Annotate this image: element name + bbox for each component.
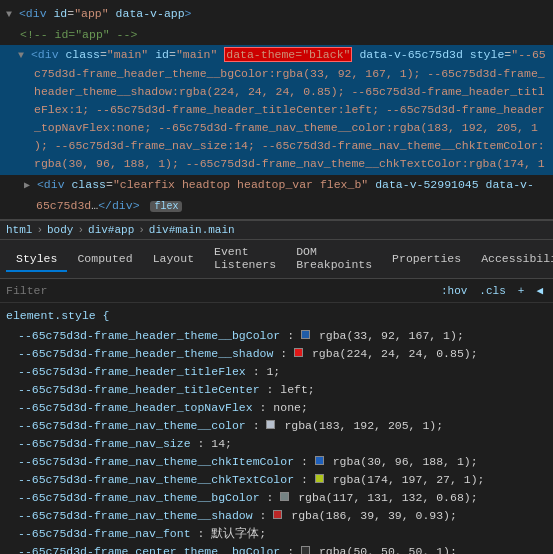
css-property-line[interactable]: --65c75d3d-frame_nav_theme__color : rgba… <box>6 417 547 435</box>
flex-badge: flex <box>150 201 182 212</box>
attr-value: "clearfix headtop headtop_var flex_b" <box>113 178 368 191</box>
comment: <!-- id="app" --> <box>20 28 137 41</box>
attr-value: _topNavFlex:none; --65c75d3d-frame_nav_t… <box>34 121 538 134</box>
color-swatch[interactable] <box>301 330 310 339</box>
attr-value: "app" <box>74 7 109 20</box>
tab-dom-breakpoints[interactable]: DOM Breakpoints <box>286 240 382 278</box>
color-swatch[interactable] <box>315 474 324 483</box>
css-property-line[interactable]: --65c75d3d-frame_nav_theme__bgColor : rg… <box>6 489 547 507</box>
attr-name: id <box>155 48 169 61</box>
attr-value: c75d3d-frame_header_theme__bgColor:rgba(… <box>34 67 545 80</box>
css-property-line[interactable]: --65c75d3d-frame_header_theme__bgColor :… <box>6 327 547 345</box>
css-value: rgba(33, 92, 167, 1); <box>319 329 464 342</box>
attr-name: data-v-65c75d3d <box>359 48 463 61</box>
color-swatch[interactable] <box>315 456 324 465</box>
attr-name: data-v-52991045 <box>375 178 479 191</box>
breadcrumb-item[interactable]: body <box>47 224 73 236</box>
css-value: rgba(186, 39, 39, 0.93); <box>291 509 457 522</box>
color-swatch[interactable] <box>280 492 289 501</box>
css-value: rgba(30, 96, 188, 1); <box>333 455 478 468</box>
css-property-line[interactable]: --65c75d3d-frame_nav_theme__shadow : rgb… <box>6 507 547 525</box>
triangle-icon: ▼ <box>18 50 24 61</box>
css-property-name: --65c75d3d-frame_center_theme__bgColor <box>18 545 280 554</box>
attr-name: data-v- <box>486 178 534 191</box>
dom-line[interactable]: ▼ <div id="app" data-v-app> <box>0 4 553 25</box>
attr-name: class <box>71 178 106 191</box>
tab-accessibility[interactable]: Accessibility <box>471 247 553 272</box>
triangle-icon: ▶ <box>24 180 30 191</box>
css-value: none; <box>273 401 308 414</box>
css-value: 14; <box>211 437 232 450</box>
highlighted-attr: data-theme="black" <box>224 47 352 62</box>
css-property-name: --65c75d3d-frame_nav_theme__shadow <box>18 509 253 522</box>
tab-properties[interactable]: Properties <box>382 247 471 272</box>
css-value: rgba(183, 192, 205, 1); <box>284 419 443 432</box>
collapse-button[interactable]: ◀ <box>532 282 547 299</box>
attr-value: "main" <box>176 48 217 61</box>
tab-styles[interactable]: Styles <box>6 247 67 272</box>
css-value: rgba(224, 24, 24, 0.85); <box>312 347 478 360</box>
css-value: rgba(174, 197, 27, 1); <box>333 473 485 486</box>
filter-input[interactable] <box>6 284 431 297</box>
element-style-header: element.style { <box>6 307 547 325</box>
attr-value: "--65 <box>511 48 546 61</box>
breadcrumb: html › body › div#app › div#main.main <box>0 220 553 240</box>
css-property-line[interactable]: --65c75d3d-frame_nav_font : 默认字体; <box>6 525 547 543</box>
css-property-line[interactable]: --65c75d3d-frame_nav_size : 14; <box>6 435 547 453</box>
css-property-name: --65c75d3d-frame_header_theme__bgColor <box>18 329 280 342</box>
dom-line-selected[interactable]: ▼ <div class="main" id="main" data-theme… <box>0 45 553 175</box>
css-property-name: --65c75d3d-frame_header_titleFlex <box>18 365 246 378</box>
css-property-line[interactable]: --65c75d3d-frame_header_titleFlex : 1; <box>6 363 547 381</box>
tag: <div <box>37 178 65 191</box>
attr-value: 65c75d3d <box>36 199 91 212</box>
tab-layout[interactable]: Layout <box>143 247 204 272</box>
css-property-line[interactable]: --65c75d3d-frame_header_titleCenter : le… <box>6 381 547 399</box>
css-value: 默认字体; <box>211 527 266 540</box>
css-property-name: --65c75d3d-frame_header_theme__shadow <box>18 347 273 360</box>
css-property-name: --65c75d3d-frame_nav_font <box>18 527 191 540</box>
breadcrumb-item[interactable]: html <box>6 224 32 236</box>
css-property-name: --65c75d3d-frame_header_titleCenter <box>18 383 260 396</box>
triangle-icon: ▼ <box>6 9 12 20</box>
dom-tree-panel: ▼ <div id="app" data-v-app> <!-- id="app… <box>0 0 553 220</box>
color-swatch[interactable] <box>266 420 275 429</box>
attr-name: class <box>65 48 100 61</box>
css-property-line[interactable]: --65c75d3d-frame_nav_theme__chkTextColor… <box>6 471 547 489</box>
css-property-name: --65c75d3d-frame_nav_theme__chkTextColor <box>18 473 294 486</box>
attr-value: rgba(30, 96, 188, 1); --65c75d3d-frame_n… <box>34 157 545 170</box>
color-swatch[interactable] <box>301 546 310 554</box>
breadcrumb-item[interactable]: div#main.main <box>149 224 235 236</box>
attr-name: id <box>53 7 67 20</box>
css-property-name: --65c75d3d-frame_header_topNavFlex <box>18 401 253 414</box>
css-property-line[interactable]: --65c75d3d-frame_nav_theme__chkItemColor… <box>6 453 547 471</box>
css-property-name: --65c75d3d-frame_nav_theme__color <box>18 419 246 432</box>
attr-value: eFlex:1; --65c75d3d-frame_header_titleCe… <box>34 103 545 116</box>
css-property-line[interactable]: --65c75d3d-frame_header_topNavFlex : non… <box>6 399 547 417</box>
css-property-name: --65c75d3d-frame_nav_theme__bgColor <box>18 491 260 504</box>
css-property-name: --65c75d3d-frame_nav_size <box>18 437 191 450</box>
tag: <div <box>19 7 47 20</box>
add-rule-button[interactable]: + <box>514 283 529 299</box>
attr-name: style <box>470 48 505 61</box>
color-swatch[interactable] <box>273 510 282 519</box>
tabs-row: Styles Computed Layout Event Listeners D… <box>0 240 553 279</box>
tab-computed[interactable]: Computed <box>67 247 142 272</box>
color-swatch[interactable] <box>294 348 303 357</box>
attr-name: data-v-app <box>116 7 185 20</box>
hov-button[interactable]: :hov <box>437 283 471 299</box>
attr-value: header_theme__shadow:rgba(224, 24, 24, 0… <box>34 85 545 98</box>
dom-line: <!-- id="app" --> <box>0 25 553 45</box>
attr-value: "main" <box>107 48 148 61</box>
css-property-line[interactable]: --65c75d3d-frame_header_theme__shadow : … <box>6 345 547 363</box>
attr-value: ); --65c75d3d-frame_nav_size:14; --65c75… <box>34 139 545 152</box>
dom-line[interactable]: ▶ <div class="clearfix headtop headtop_v… <box>0 175 553 196</box>
filter-row: :hov .cls + ◀ <box>0 279 553 303</box>
breadcrumb-item[interactable]: div#app <box>88 224 134 236</box>
tag: <div <box>31 48 59 61</box>
css-value: 1; <box>266 365 280 378</box>
css-property-line[interactable]: --65c75d3d-frame_center_theme__bgColor :… <box>6 543 547 554</box>
dom-line[interactable]: 65c75d3d…</div> flex <box>0 196 553 217</box>
cls-button[interactable]: .cls <box>475 283 509 299</box>
tab-event-listeners[interactable]: Event Listeners <box>204 240 286 278</box>
css-value: rgba(117, 131, 132, 0.68); <box>298 491 477 504</box>
